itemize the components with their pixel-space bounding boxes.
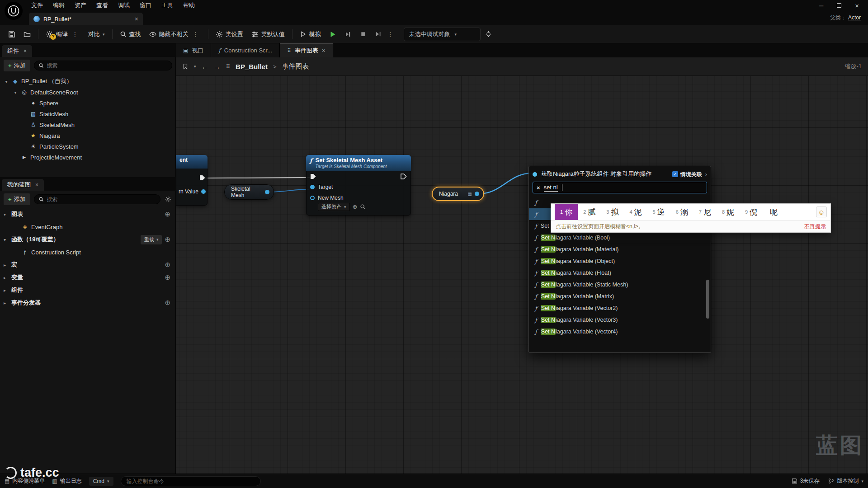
- menu-item[interactable]: 帮助: [178, 0, 200, 11]
- class-defaults-button[interactable]: 类默认值: [248, 28, 288, 41]
- ime-candidate[interactable]: 8 妮: [717, 204, 740, 220]
- ime-candidate[interactable]: 1 你: [555, 204, 578, 220]
- hide-unrelated-options-icon[interactable]: ⋮: [191, 31, 201, 38]
- add-blueprint-item-button[interactable]: + 添加: [4, 193, 30, 205]
- browse-asset-icon[interactable]: [360, 204, 366, 210]
- console-command-input[interactable]: [121, 476, 261, 486]
- context-sensitive-toggle[interactable]: ✓ 情境关联 ›: [672, 170, 707, 178]
- action-list-item[interactable]: ƒ Set Niagara Variable (Static Mesh): [529, 279, 711, 291]
- component-tree-item[interactable]: ★ Niagara: [0, 130, 176, 141]
- node-niagara-getter[interactable]: Niagara ▦: [432, 187, 484, 201]
- component-tree-item[interactable]: ☀ ParticleSystem: [0, 141, 176, 152]
- version-control-button[interactable]: 版本控制 ▾: [828, 477, 863, 485]
- components-search-input[interactable]: [47, 62, 168, 69]
- chevron-down-icon[interactable]: ▾: [194, 64, 196, 69]
- add-circle-icon[interactable]: ⊕: [165, 299, 170, 307]
- my-blueprint-row[interactable]: ▸ 宏 ⊕: [0, 258, 176, 271]
- asset-tab-bp-bullet[interactable]: BP_Bullet* ×: [29, 13, 143, 25]
- close-icon[interactable]: ×: [24, 48, 27, 54]
- stop-button[interactable]: [356, 28, 370, 40]
- breadcrumb-root[interactable]: BP_Bullet: [236, 63, 268, 70]
- expander-icon[interactable]: ▸: [4, 275, 9, 280]
- node-partial-component[interactable]: ent rn Value: [176, 155, 208, 206]
- ime-candidate[interactable]: 6 溺: [670, 204, 693, 220]
- menu-item[interactable]: 文件: [26, 0, 48, 11]
- debug-object-dropdown[interactable]: 未选中调试对象 ▾: [404, 28, 481, 41]
- skip-button[interactable]: [341, 28, 355, 41]
- component-tree-item[interactable]: ► ProjectileMovement: [0, 152, 176, 163]
- node-set-skeletal-mesh-asset[interactable]: ƒ Set Skeletal Mesh Asset Target is Skel…: [306, 155, 411, 216]
- action-list-item[interactable]: ƒ Set Niagara Variable (Object): [529, 255, 711, 267]
- exec-out-pin[interactable]: [401, 174, 407, 179]
- my-blueprint-row[interactable]: ▾ 图表 ⊕: [0, 208, 176, 221]
- component-tree-item[interactable]: ● Sphere: [0, 98, 176, 108]
- back-arrow-icon[interactable]: ←: [202, 63, 208, 70]
- expander-icon[interactable]: ▾: [4, 212, 9, 217]
- action-list-item[interactable]: ƒ Set Niagara Variable (Vector2): [529, 302, 711, 314]
- add-circle-icon[interactable]: ⊕: [165, 210, 170, 218]
- close-icon[interactable]: ×: [135, 15, 138, 23]
- expander-icon[interactable]: ▾: [13, 90, 18, 95]
- parent-class-link[interactable]: Actor: [848, 14, 861, 21]
- forward-arrow-icon[interactable]: →: [214, 63, 221, 70]
- return-value-pin[interactable]: [201, 189, 206, 194]
- save-button[interactable]: [5, 28, 19, 41]
- panel-settings-gear-icon[interactable]: [164, 196, 172, 202]
- scrollbar-thumb[interactable]: [706, 280, 709, 319]
- target-pin[interactable]: [310, 185, 315, 189]
- exec-in-pin[interactable]: [310, 174, 316, 179]
- action-list-item[interactable]: ƒ Set Niagara Variable (Vector3): [529, 314, 711, 326]
- my-blueprint-row[interactable]: ▾ 函数（19可覆盖） 重载▾ ⊕: [0, 233, 176, 246]
- menu-item[interactable]: 编辑: [48, 0, 70, 11]
- components-search[interactable]: [34, 61, 172, 70]
- play-button[interactable]: [326, 28, 340, 41]
- ime-dismiss-link[interactable]: 不再提示: [804, 223, 826, 230]
- ime-candidate[interactable]: 3 拟: [601, 204, 624, 220]
- graph-canvas[interactable]: [176, 76, 868, 474]
- browse-button[interactable]: [20, 28, 34, 41]
- unsaved-button[interactable]: 3未保存: [792, 477, 820, 485]
- simulate-button[interactable]: 模拟: [296, 28, 325, 41]
- close-icon[interactable]: ×: [35, 182, 38, 188]
- component-tree-item[interactable]: ♙ SkeletalMesh: [0, 119, 176, 130]
- diff-button[interactable]: 对比 ▾: [85, 28, 108, 41]
- ime-candidate[interactable]: 5 逆: [647, 204, 670, 220]
- add-circle-icon[interactable]: ⊕: [165, 261, 170, 269]
- hide-unrelated-button[interactable]: 隐藏不相关 ⋮: [146, 28, 204, 41]
- maximize-icon[interactable]: [837, 3, 841, 8]
- component-tree-item[interactable]: ▾ ◎ DefaultSceneRoot: [0, 87, 176, 98]
- node-skeletal-mesh-getter[interactable]: Skeletal Mesh: [224, 184, 274, 200]
- expander-icon[interactable]: ▸: [4, 300, 9, 305]
- chevron-right-icon[interactable]: ›: [705, 171, 707, 178]
- menu-item[interactable]: 查看: [91, 0, 113, 11]
- find-button[interactable]: 查找: [116, 28, 145, 41]
- expander-icon[interactable]: ▾: [4, 237, 9, 242]
- expander-icon[interactable]: ▾: [4, 79, 9, 84]
- action-list-item[interactable]: ƒ Set Niagara Variable (Material): [529, 244, 711, 255]
- exec-out-pin[interactable]: [199, 175, 206, 181]
- debug-browse-button[interactable]: [481, 28, 495, 40]
- component-tree-item[interactable]: ▧ StaticMesh: [0, 108, 176, 119]
- add-circle-icon[interactable]: ⊕: [165, 273, 170, 282]
- tab-viewport[interactable]: ▣ 视口: [176, 43, 211, 57]
- my-blueprint-panel-tab[interactable]: 我的蓝图 ×: [2, 179, 44, 191]
- my-blueprint-search[interactable]: [34, 194, 160, 204]
- overload-dropdown[interactable]: 重载▾: [141, 235, 162, 244]
- new-mesh-pin[interactable]: [310, 196, 315, 200]
- my-blueprint-row[interactable]: ƒ Construction Script: [0, 246, 176, 258]
- my-blueprint-search-input[interactable]: [47, 196, 156, 202]
- close-icon[interactable]: ×: [855, 2, 859, 9]
- components-panel-tab[interactable]: 组件 ×: [2, 45, 32, 57]
- menu-item[interactable]: 调试: [113, 0, 135, 11]
- action-list-item[interactable]: ƒ Set Niagara Variable (Matrix): [529, 291, 711, 302]
- compile-button[interactable]: ? 编译 ⋮: [42, 28, 84, 41]
- tab-construction-script[interactable]: ƒ Construction Scr...: [211, 43, 280, 57]
- ime-candidate[interactable]: 4 泥: [624, 204, 647, 220]
- action-list-item[interactable]: ƒ Set Niagara Variable (Bool): [529, 232, 711, 244]
- play-options-icon[interactable]: ⋮: [386, 31, 396, 38]
- ime-notice-text[interactable]: 点击前往设置页面开启模糊音<n,l>。: [556, 223, 644, 230]
- cmd-dropdown[interactable]: Cmd ▾: [89, 477, 113, 486]
- frame-advance-button[interactable]: [371, 28, 385, 40]
- my-blueprint-row[interactable]: ▸ 变量 ⊕: [0, 271, 176, 284]
- output-pin[interactable]: [475, 192, 479, 196]
